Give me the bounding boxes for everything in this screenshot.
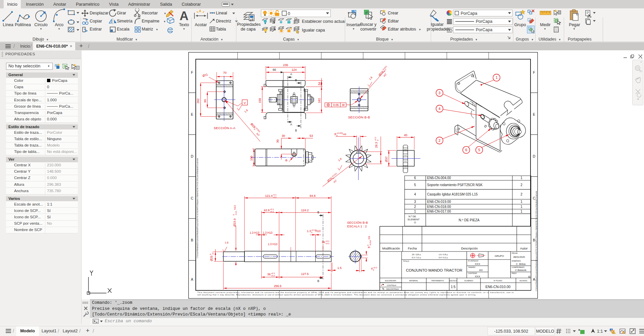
svg-text:+0.2: +0.2 [325,242,330,244]
svg-text:SOLDADURA: SOLDADURA [385,280,396,282]
svg-text:C.Bassols: C.Bassols [515,269,526,272]
svg-text:TAMAÑO: TAMAÑO [468,266,475,268]
svg-text:1: 1 [520,200,522,204]
svg-text:HOJA/DC: HOJA/DC [519,280,527,282]
svg-text:C:\\Users\\Medina\\Documents\\: C:\\Users\\Medina\\Documents\\Medina\\Pr… [535,191,537,291]
svg-text:SECCIÓN B-B: SECCIÓN B-B [348,115,370,119]
svg-text:1: 1 [496,75,498,79]
svg-text:1.3 H13: 1.3 H13 [263,231,273,234]
svg-text:N9: N9 [368,236,371,239]
svg-text:84.8: 84.8 [310,194,316,198]
svg-text:B: B [295,78,297,82]
svg-text:+0.036: +0.036 [336,132,343,134]
svg-text:124: 124 [291,68,296,71]
svg-text:1.3 H13: 1.3 H13 [268,243,278,246]
svg-text:Soporte rodamiento PSFT25CR NS: Soporte rodamiento PSFT25CR NSK [427,183,482,187]
svg-text:28.3: 28.3 [375,142,378,148]
svg-text:0: 0 [288,11,290,16]
svg-text:1: 1 [414,210,416,213]
svg-text:EN6-CN-010.00: EN6-CN-010.00 [486,285,511,289]
svg-text:ESCALA 1 : 2: ESCALA 1 : 2 [347,225,367,228]
svg-text:!: ! [613,332,614,334]
svg-text:36: 36 [267,273,271,276]
svg-text:6.3 / 3.2 µ: 6.3 / 3.2 µ [412,257,421,259]
svg-text:EN6-CN-004.00: EN6-CN-004.00 [427,176,451,180]
svg-text:40: 40 [404,133,407,137]
svg-text:Ø25: Ø25 [210,256,213,261]
svg-text:A: A [290,72,292,76]
svg-text:1.6 / 0.8 µ: 1.6 / 0.8 µ [439,254,448,256]
svg-text:150: 150 [258,98,262,103]
svg-text:A: A [290,123,292,126]
svg-text:162: 162 [318,98,321,103]
svg-text:EN6-CN-019.00: EN6-CN-019.00 [427,200,451,204]
svg-text:Ø37: Ø37 [385,156,388,162]
svg-text:5: 5 [478,148,480,152]
svg-text:+0.2: +0.2 [374,136,376,141]
svg-text:2: 2 [439,138,441,143]
svg-text:1: 1 [520,176,522,180]
svg-text:127.5: 127.5 [301,272,309,276]
svg-text:34: 34 [318,82,321,86]
svg-text:ESCALA: ESCALA [450,280,457,282]
svg-text:EN6-CN-018.00: EN6-CN-018.00 [427,205,451,209]
svg-text:B: B [317,211,319,214]
svg-text:ACABADO: ACABADO [464,280,473,282]
svg-text:Casquillo Iglidur A181SM 025 L: Casquillo Iglidur A181SM 025 L15 [427,192,478,196]
svg-text:C:\\Users\\Medina\\Documents\\: C:\\Users\\Medina\\Documents\\Medina\\Pr… [196,158,198,258]
svg-text:1: 1 [520,210,522,213]
svg-text:30: 30 [282,134,285,137]
svg-text:Ø23.9: Ø23.9 [233,218,236,227]
svg-text:TRATAMIENTO: TRATAMIENTO [431,280,444,282]
svg-text:PorCapa: PorCapa [476,19,492,24]
svg-text:-0.1: -0.1 [212,251,214,255]
svg-text:TITULO: TITULO [403,260,409,262]
svg-text:D: D [533,154,536,158]
svg-text:121.4: 121.4 [265,194,273,198]
svg-text:66: 66 [273,68,276,71]
svg-text:1.3: 1.3 [307,229,311,233]
svg-text:36: 36 [322,240,325,244]
svg-text:E: E [533,112,535,116]
svg-text:+0.1: +0.1 [270,208,274,210]
svg-text:99: 99 [203,99,207,103]
svg-text:C: C [191,196,193,200]
svg-text:B: B [295,129,297,132]
svg-text:Modificación: Modificación [382,246,400,250]
svg-text:+0.2: +0.2 [270,211,274,213]
svg-text:70: 70 [223,71,226,74]
svg-text:CONTINUA: CONTINUA [387,284,397,286]
svg-text:FECHA: FECHA [512,252,518,254]
svg-text:C. Britos: C. Britos [516,263,526,266]
svg-text:256.5: 256.5 [274,284,282,288]
svg-text:1: 1 [520,205,522,209]
svg-text:PorCapa: PorCapa [476,27,492,32]
svg-text:-0.1: -0.1 [273,194,277,196]
svg-text:124.2: 124.2 [301,209,309,212]
svg-text:COMPROBADO: COMPROBADO [512,266,524,268]
svg-text:6: 6 [465,148,467,152]
svg-text:XXX: XXX [475,263,480,266]
svg-text:SECCIÓN A-A: SECCIÓN A-A [214,126,236,130]
svg-text:F: F [191,70,193,74]
svg-text:4: 4 [371,267,373,270]
svg-text:h12: h12 [233,205,236,210]
svg-text:H9: H9 [343,133,347,136]
svg-text:8: 8 [334,132,336,136]
svg-text:H13: H13 [315,230,320,233]
svg-text:CANTIDAD: CANTIDAD [468,272,477,274]
svg-text:28/01/2020: 28/01/2020 [513,256,525,258]
svg-text:PorCapa: PorCapa [461,11,477,16]
svg-text:-0.2: -0.2 [273,196,277,198]
svg-text:+0.2: +0.2 [271,275,275,277]
svg-text:1.5: 1.5 [337,266,342,270]
svg-text:202: 202 [196,98,200,103]
svg-text:2: 2 [414,205,416,209]
svg-text:2D: 2D [639,70,642,72]
svg-text:D: D [191,154,193,158]
svg-text:F: F [533,70,535,74]
svg-text:CONJUNTO MANDO TRACTOR: CONJUNTO MANDO TRACTOR [406,268,462,272]
svg-text:W: W [342,103,344,107]
svg-text:V: V [244,101,246,105]
svg-text:100: 100 [250,156,253,161]
